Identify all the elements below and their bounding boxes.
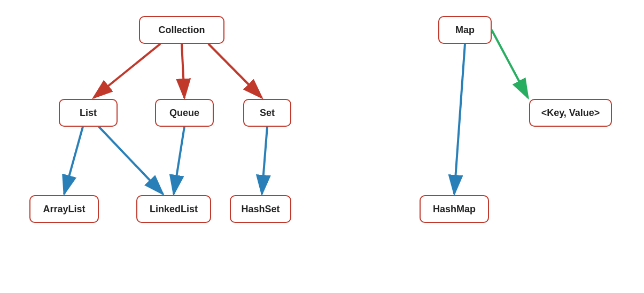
arrow-queue-linkedlist	[174, 127, 184, 194]
node-queue: Queue	[155, 99, 214, 127]
node-linkedlist-label: LinkedList	[150, 204, 198, 215]
arrow-set-hashset	[262, 127, 267, 194]
node-arraylist: ArrayList	[29, 195, 99, 223]
arrow-collection-queue	[182, 44, 184, 98]
node-collection: Collection	[139, 16, 224, 44]
diagram-container: Collection List Queue Set ArrayList Link…	[0, 0, 644, 293]
node-collection-label: Collection	[158, 25, 205, 36]
node-set-label: Set	[260, 107, 275, 119]
node-list: List	[59, 99, 118, 127]
node-linkedlist: LinkedList	[136, 195, 211, 223]
node-hashset-label: HashSet	[241, 204, 280, 215]
arrow-list-arraylist	[64, 127, 83, 194]
node-set: Set	[243, 99, 291, 127]
node-map: Map	[438, 16, 492, 44]
node-queue-label: Queue	[169, 107, 199, 119]
node-hashmap: HashMap	[420, 195, 489, 223]
arrow-collection-list	[94, 44, 160, 98]
node-list-label: List	[80, 107, 97, 119]
arrow-map-keyvalue	[492, 30, 528, 98]
arrows-svg	[0, 0, 644, 293]
node-keyvalue: <Key, Value>	[529, 99, 612, 127]
node-hashmap-label: HashMap	[433, 204, 476, 215]
node-hashset: HashSet	[230, 195, 291, 223]
node-map-label: Map	[455, 25, 475, 36]
arrow-list-linkedlist	[99, 127, 163, 194]
node-keyvalue-label: <Key, Value>	[541, 107, 600, 119]
node-arraylist-label: ArrayList	[43, 204, 85, 215]
arrow-collection-set	[208, 44, 262, 98]
arrow-map-hashmap	[454, 44, 465, 194]
